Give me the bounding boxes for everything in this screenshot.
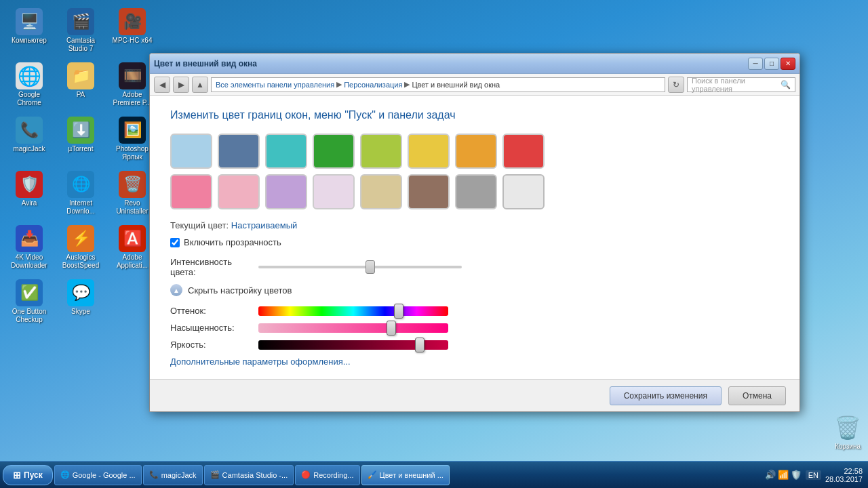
taskbar-item-camtasia[interactable]: 🎬 Camtasia Studio -... bbox=[204, 465, 294, 485]
color-swatch-11[interactable] bbox=[265, 174, 307, 209]
intensity-slider[interactable] bbox=[258, 266, 462, 268]
swatches-grid bbox=[170, 134, 779, 209]
saturation-thumb[interactable] bbox=[387, 321, 396, 336]
color-swatch-6[interactable] bbox=[408, 134, 450, 169]
search-icon: 🔍 bbox=[781, 80, 791, 89]
window-titlebar: Цвет и внешний вид окна ─ □ ✕ bbox=[150, 54, 800, 74]
saturation-slider[interactable] bbox=[258, 323, 448, 333]
cancel-button[interactable]: Отмена bbox=[728, 386, 786, 405]
color-swatch-4[interactable] bbox=[313, 134, 355, 169]
security-icon[interactable]: 🛡️ bbox=[791, 470, 802, 480]
color-swatch-10[interactable] bbox=[218, 174, 260, 209]
minimize-button[interactable]: ─ bbox=[748, 58, 763, 70]
taskbar-item-chrome[interactable]: 🌐 Google - Google ... bbox=[54, 465, 142, 485]
desktop-icon-onebtn[interactable]: ✅ One Button Checkup bbox=[5, 277, 53, 327]
window-toolbar: ◀ ▶ ▲ Все элементы панели управления ▶ П… bbox=[150, 74, 800, 96]
taskbar-clock[interactable]: 22:58 28.03.2017 bbox=[825, 467, 863, 483]
color-swatch-1[interactable] bbox=[170, 134, 212, 169]
color-swatch-12[interactable] bbox=[313, 174, 355, 209]
intensity-label: Интенсивность цвета: bbox=[170, 257, 258, 277]
start-button[interactable]: ⊞ Пуск bbox=[3, 465, 53, 485]
clock-time: 22:58 bbox=[825, 467, 863, 475]
taskbar-chrome-label: Google - Google ... bbox=[73, 471, 136, 479]
taskbar-item-magjack[interactable]: 📞 magicJack bbox=[143, 465, 203, 485]
breadcrumb-part1: Все элементы панели управления bbox=[216, 81, 334, 89]
breadcrumb-part3: Цвет и внешний вид окна bbox=[412, 81, 500, 89]
start-label: Пуск bbox=[24, 470, 43, 480]
color-swatch-13[interactable] bbox=[360, 174, 402, 209]
desktop-icon-computer[interactable]: 🖥️ Компьютер bbox=[5, 5, 53, 56]
saturation-row: Насыщенность: bbox=[170, 323, 779, 333]
magjack-icon: 📞 bbox=[149, 470, 159, 479]
taskbar-item-recording[interactable]: 🔴 Recording... bbox=[295, 465, 359, 485]
taskbar: ⊞ Пуск 🌐 Google - Google ... 📞 magicJack… bbox=[0, 461, 868, 488]
hue-track bbox=[258, 306, 448, 316]
window-footer: Сохранить изменения Отмена bbox=[150, 379, 800, 411]
brightness-thumb[interactable] bbox=[415, 338, 425, 352]
brightness-slider[interactable] bbox=[258, 340, 448, 350]
color-swatch-3[interactable] bbox=[265, 134, 307, 169]
color-swatch-5[interactable] bbox=[360, 134, 402, 169]
desktop-icon-recycle[interactable]: 🗑️ Корзина bbox=[834, 414, 861, 451]
taskbar-recording-label: Recording... bbox=[313, 471, 353, 479]
color-swatch-7[interactable] bbox=[455, 134, 497, 169]
brightness-row: Яркость: bbox=[170, 340, 779, 350]
window-title: Цвет и внешний вид окна bbox=[154, 59, 747, 68]
forward-button[interactable]: ▶ bbox=[173, 77, 189, 93]
more-settings-link[interactable]: Дополнительные параметры оформления... bbox=[170, 357, 779, 367]
color-swatch-8[interactable] bbox=[502, 134, 545, 169]
taskbar-right: 🔊 📶 🛡️ EN 22:58 28.03.2017 bbox=[765, 467, 865, 483]
color-settings-window: Цвет и внешний вид окна ─ □ ✕ ◀ ▶ ▲ Все … bbox=[149, 53, 800, 412]
network-icon[interactable]: 📶 bbox=[778, 470, 789, 480]
desktop-icon-4kvideo[interactable]: 📥 4K Video Downloader bbox=[5, 222, 53, 272]
transparency-checkbox[interactable] bbox=[170, 238, 180, 247]
intensity-track bbox=[258, 266, 462, 268]
swatches-row-1 bbox=[170, 134, 779, 169]
search-placeholder: Поиск в панели управления bbox=[692, 77, 781, 93]
recording-icon: 🔴 bbox=[301, 470, 311, 479]
maximize-button[interactable]: □ bbox=[764, 58, 779, 70]
desktop-icon-mpc[interactable]: 🎥 MPC-HC x64 bbox=[108, 5, 156, 56]
volume-icon[interactable]: 🔊 bbox=[765, 470, 776, 480]
breadcrumb-arrow-1: ▶ bbox=[336, 80, 342, 89]
saturation-track bbox=[258, 323, 448, 333]
desktop-icon-magjack[interactable]: 📞 magicJack bbox=[5, 114, 53, 164]
current-color-label: Текущий цвет: bbox=[170, 220, 229, 230]
desktop-icon-pa[interactable]: 📁 PA bbox=[57, 60, 104, 110]
color-swatch-9[interactable] bbox=[170, 174, 212, 209]
desktop-icon-chrome[interactable]: 🌐 Google Chrome bbox=[5, 60, 53, 110]
hide-settings-label: Скрыть настройку цветов bbox=[188, 285, 292, 296]
close-button[interactable]: ✕ bbox=[781, 58, 795, 70]
desktop-icon-avira[interactable]: 🛡️ Avira bbox=[5, 168, 53, 218]
desktop-icon-utorrent[interactable]: ⬇️ µTorrent bbox=[57, 114, 104, 164]
up-button[interactable]: ▲ bbox=[192, 77, 208, 93]
taskbar-item-colorwin[interactable]: 🖌️ Цвет и внешний ... bbox=[361, 465, 450, 485]
taskbar-camtasia-label: Camtasia Studio -... bbox=[222, 471, 288, 479]
windows-logo-icon: ⊞ bbox=[13, 470, 21, 481]
intensity-thumb[interactable] bbox=[366, 260, 375, 274]
search-box[interactable]: Поиск в панели управления 🔍 bbox=[687, 77, 795, 92]
desktop-icon-skype[interactable]: 💬 Skype bbox=[57, 277, 104, 327]
hue-slider[interactable] bbox=[258, 306, 448, 316]
color-swatch-15[interactable] bbox=[455, 174, 497, 209]
toggle-up-icon: ▲ bbox=[170, 284, 182, 296]
color-swatch-2[interactable] bbox=[218, 134, 260, 169]
desktop-icon-idownload[interactable]: 🌐 Internet Downlo... bbox=[57, 168, 104, 218]
taskbar-system-icons: 🔊 📶 🛡️ bbox=[765, 470, 802, 480]
save-button[interactable]: Сохранить изменения bbox=[610, 386, 722, 405]
window-content: Изменить цвет границ окон, меню "Пуск" и… bbox=[150, 96, 800, 379]
desktop-icon-auslogics[interactable]: ⚡ Auslogics BoostSpeed bbox=[57, 222, 104, 272]
hide-settings-toggle[interactable]: ▲ Скрыть настройку цветов bbox=[170, 284, 779, 296]
color-swatch-14[interactable] bbox=[408, 174, 450, 209]
hue-thumb[interactable] bbox=[394, 304, 403, 319]
hue-label: Оттенок: bbox=[170, 306, 258, 316]
back-button[interactable]: ◀ bbox=[154, 77, 170, 93]
language-indicator[interactable]: EN bbox=[806, 470, 821, 480]
saturation-label: Насыщенность: bbox=[170, 323, 258, 333]
refresh-button[interactable]: ↻ bbox=[668, 77, 684, 93]
intensity-row: Интенсивность цвета: bbox=[170, 257, 779, 277]
address-bar[interactable]: Все элементы панели управления ▶ Персона… bbox=[211, 77, 665, 92]
brightness-label: Яркость: bbox=[170, 340, 258, 350]
color-swatch-16[interactable] bbox=[502, 174, 545, 209]
desktop-icon-camtasia[interactable]: 🎬 Camtasia Studio 7 bbox=[57, 5, 104, 56]
